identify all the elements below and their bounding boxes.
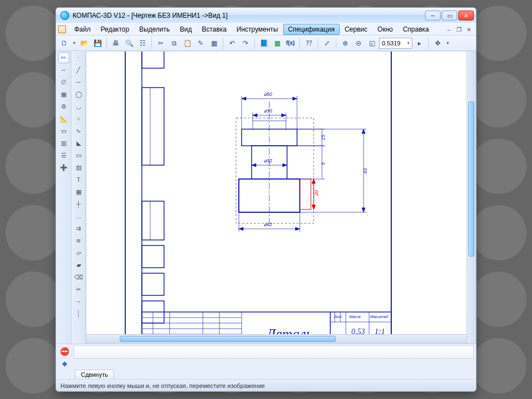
table-tool[interactable]: ▦ (73, 186, 84, 197)
zoom-out-button[interactable]: ⊖ (352, 37, 365, 49)
aux-line-tool[interactable]: … (73, 211, 84, 222)
spec-tool[interactable]: ▥ (58, 137, 69, 149)
main-toolbar: 🗋 ▾ 📂 💾 🖶 🔍 ☷ ✂ ⧉ 📋 ✎ ▦ ↶ ↷ 📘 ▦ f(x) ⁇ ⤢… (56, 35, 476, 51)
work-area: ✏ ↔ ∅ ▦ ⚙ 📐 ▭ ▥ ☰ ➕ · ╱ ─ ◯ ◡ ○ ∿ ◣ ▭ ▨ … (56, 51, 476, 344)
measure-tool[interactable]: 📐 (58, 113, 69, 124)
symbols-tool[interactable]: ∅ (58, 76, 69, 88)
axis-tool[interactable]: ┼ (73, 198, 84, 209)
text-tool[interactable]: T (73, 174, 84, 185)
hline-tool[interactable]: ─ (73, 76, 84, 88)
ellipse-tool[interactable]: ○ (73, 113, 84, 124)
break-tool[interactable]: ┊ (73, 308, 84, 319)
format-painter-button[interactable]: ✎ (195, 37, 207, 49)
property-fields[interactable] (74, 345, 474, 359)
zoom-fit-button[interactable]: ⤢ (321, 37, 333, 49)
mdi-restore-icon[interactable]: ❐ (455, 25, 463, 33)
undo-button[interactable]: ↶ (226, 37, 238, 49)
menu-spec[interactable]: Спецификация (283, 24, 340, 35)
erase-tool[interactable]: ⌫ (73, 272, 84, 283)
paste-button[interactable]: 📋 (181, 37, 193, 49)
new-button[interactable]: 🗋 (58, 37, 70, 49)
svg-marker-31 (282, 114, 286, 117)
hatch-tool[interactable]: ▨ (73, 162, 84, 173)
mdi-close-icon[interactable]: ✕ (465, 25, 473, 33)
stop-icon[interactable]: ⛔ (58, 345, 70, 357)
menu-select[interactable]: Выделить (134, 24, 175, 35)
properties-button[interactable]: ☷ (136, 37, 149, 49)
zoom-next-button[interactable]: ▸ (413, 37, 426, 49)
point-tool[interactable]: · (73, 52, 84, 63)
menu-window[interactable]: Окно (372, 24, 398, 35)
equid-tool[interactable]: ≋ (73, 235, 84, 246)
svg-marker-49 (362, 129, 365, 134)
horizontal-scroll-thumb[interactable] (120, 336, 336, 342)
svg-rect-4 (142, 52, 164, 68)
dim-15: 15 (320, 134, 326, 140)
zoom-in-button[interactable]: ⊕ (339, 37, 351, 49)
variables-button[interactable]: ▦ (271, 37, 283, 49)
contour-tool[interactable]: ▱ (73, 247, 84, 258)
tab-move[interactable]: Сдвинуть (75, 370, 114, 379)
menu-help[interactable]: Справка (398, 24, 434, 35)
chamfer-tool[interactable]: ◣ (73, 137, 84, 149)
titleblock-scale-h: Масштаб (370, 315, 389, 319)
dim-d32: ⌀32 (264, 158, 272, 163)
property-tabs: Сдвинуть (56, 367, 476, 379)
dimensions-tool[interactable]: ↔ (58, 64, 69, 75)
horizontal-scrollbar[interactable] (86, 334, 467, 343)
preview-button[interactable]: 🔍 (123, 37, 135, 49)
select-tool[interactable]: ▭ (58, 125, 69, 136)
maximize-button[interactable]: ▭ (442, 11, 457, 21)
rect-tool[interactable]: ▭ (73, 150, 84, 161)
zoom-window-button[interactable]: ◱ (366, 37, 378, 49)
fill-tool[interactable]: ▰ (73, 259, 84, 270)
edit-tool[interactable]: ▦ (58, 89, 69, 100)
svg-marker-34 (283, 163, 287, 167)
open-button[interactable]: 📂 (78, 37, 90, 49)
redo-button[interactable]: ↷ (239, 37, 252, 49)
menu-insert[interactable]: Вставка (197, 24, 232, 35)
menu-editor[interactable]: Редактор (96, 24, 135, 35)
menu-file[interactable]: Файл (69, 24, 96, 35)
fx-button[interactable]: f(x) (284, 37, 296, 49)
cut-button[interactable]: ✂ (155, 37, 167, 49)
svg-marker-33 (252, 163, 256, 167)
copy-button[interactable]: ⧉ (168, 37, 180, 49)
circle-tool[interactable]: ◯ (73, 89, 84, 100)
menu-service[interactable]: Сервис (340, 24, 372, 35)
help-pointer-button[interactable]: ⁇ (303, 37, 315, 49)
line-tool[interactable]: ╱ (73, 64, 84, 75)
menu-bar: Файл Редактор Выделить Вид Вставка Инстр… (56, 23, 476, 35)
zoom-input[interactable]: 0.5319 ▾ (379, 38, 412, 49)
save-button[interactable]: 💾 (91, 37, 104, 49)
minimize-button[interactable]: ─ (425, 11, 441, 21)
reports-tool[interactable]: ☰ (58, 150, 69, 161)
mdi-minimize-icon[interactable]: – (445, 25, 453, 33)
spline-tool[interactable]: ∿ (73, 125, 84, 136)
params-tool[interactable]: ⚙ (58, 101, 69, 112)
document-icon (58, 25, 66, 33)
pan-button[interactable]: ✥ (432, 37, 444, 49)
svg-marker-20 (312, 179, 315, 183)
insert-tool[interactable]: ➕ (58, 162, 69, 173)
svg-marker-25 (242, 97, 246, 100)
titleblock-mass-h: Масса (349, 315, 361, 319)
menu-tools[interactable]: Инструменты (232, 24, 283, 35)
pan-dropdown-icon[interactable]: ▾ (445, 37, 451, 49)
trim-tool[interactable]: ✂ (73, 284, 84, 295)
manager-button[interactable]: 📘 (258, 37, 270, 49)
vertical-scroll-thumb[interactable] (468, 101, 474, 257)
arc-tool[interactable]: ◡ (73, 101, 84, 112)
print-button[interactable]: 🖶 (110, 37, 122, 49)
menu-view[interactable]: Вид (175, 24, 197, 35)
close-button[interactable]: ✕ (458, 11, 474, 21)
offset-tool[interactable]: ⇉ (73, 223, 84, 234)
geometry-tool[interactable]: ✏ (58, 52, 69, 63)
svg-marker-26 (293, 97, 297, 100)
extend-tool[interactable]: → (73, 296, 84, 307)
svg-marker-38 (239, 227, 243, 231)
new-dropdown-icon[interactable]: ▾ (71, 37, 77, 49)
attributes-button[interactable]: ▦ (208, 37, 220, 49)
vertical-scrollbar[interactable] (467, 52, 475, 343)
drawing-canvas[interactable]: 20 ⌀50 (86, 51, 476, 344)
